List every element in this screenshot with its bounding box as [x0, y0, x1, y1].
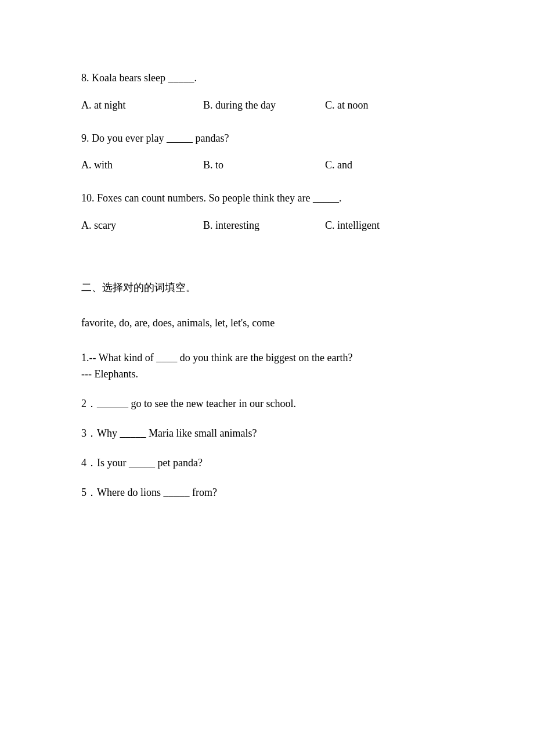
- spacer: [81, 250, 453, 268]
- question-10: 10. Foxes can count numbers. So people t…: [81, 190, 453, 234]
- fill-question-1-answer: --- Elephants.: [81, 366, 453, 383]
- fill-question-1-text: 1.-- What kind of ____ do you think are …: [81, 350, 453, 366]
- section2-header: 二、选择对的的词填空。: [81, 279, 453, 296]
- question-10-options: A. scary B. interesting C. intelligent: [81, 217, 453, 234]
- question-9: 9. Do you ever play _____ pandas? A. wit…: [81, 130, 453, 174]
- question-8-option-a: A. at night: [81, 97, 203, 114]
- fill-question-3-text: 3．Why _____ Maria like small animals?: [81, 425, 453, 442]
- fill-question-2-text: 2．______ go to see the new teacher in ou…: [81, 395, 453, 412]
- fill-question-5: 5．Where do lions _____ from?: [81, 484, 453, 501]
- question-9-option-b: B. to: [203, 157, 325, 174]
- question-9-option-a: A. with: [81, 157, 203, 174]
- fill-question-4: 4．Is your _____ pet panda?: [81, 455, 453, 471]
- question-8: 8. Koala bears sleep _____. A. at night …: [81, 70, 453, 114]
- fill-question-4-text: 4．Is your _____ pet panda?: [81, 455, 453, 471]
- fill-question-1: 1.-- What kind of ____ do you think are …: [81, 350, 453, 383]
- question-10-text: 10. Foxes can count numbers. So people t…: [81, 190, 453, 207]
- question-10-option-c: C. intelligent: [325, 217, 447, 234]
- question-9-option-c: C. and: [325, 157, 447, 174]
- question-8-options: A. at night B. during the day C. at noon: [81, 97, 453, 114]
- question-9-text: 9. Do you ever play _____ pandas?: [81, 130, 453, 147]
- fill-question-5-text: 5．Where do lions _____ from?: [81, 484, 453, 501]
- question-8-option-c: C. at noon: [325, 97, 447, 114]
- fill-question-2: 2．______ go to see the new teacher in ou…: [81, 395, 453, 412]
- question-10-option-b: B. interesting: [203, 217, 325, 234]
- fill-question-3: 3．Why _____ Maria like small animals?: [81, 425, 453, 442]
- question-8-option-b: B. during the day: [203, 97, 325, 114]
- question-9-options: A. with B. to C. and: [81, 157, 453, 174]
- question-10-option-a: A. scary: [81, 217, 203, 234]
- question-8-text: 8. Koala bears sleep _____.: [81, 70, 453, 87]
- word-bank: favorite, do, are, does, animals, let, l…: [81, 312, 453, 333]
